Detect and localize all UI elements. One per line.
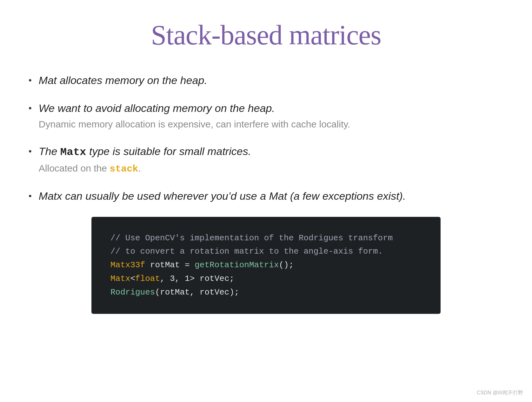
code-comment-1: // Use OpenCV's implementation of the Ro… [110, 233, 393, 243]
code-parens-1: (); [279, 260, 294, 270]
bullet-main-2-text: We want to avoid allocating memory on th… [39, 102, 275, 114]
bullet-main-3: The Matx type is suitable for small matr… [39, 144, 503, 160]
code-angle-bracket: < [130, 274, 135, 283]
code-line-2: // to convert a rotation matrix to the a… [110, 245, 422, 258]
watermark: CSDN @叫咤不打野 [477, 390, 523, 396]
code-line-1: // Use OpenCV's implementation of the Ro… [110, 231, 422, 245]
bullet-item-2: • We want to avoid allocating memory on … [29, 101, 503, 131]
bullet-sub-3: Allocated on the stack. [39, 162, 503, 176]
code-line-5: Rodrigues(rotMat, rotVec); [110, 286, 422, 299]
bullet-item-3: • The Matx type is suitable for small ma… [29, 144, 503, 176]
code-matx-templ: Matx [110, 274, 130, 283]
code-line-4: Matx<float, 3, 1> rotVec; [110, 272, 422, 286]
bullet-sub-3-stack: stack [110, 164, 138, 174]
bullet-main-1: Mat allocates memory on the heap. [39, 73, 503, 88]
bullet-content-3: The Matx type is suitable for small matr… [39, 144, 503, 176]
bullet-content-2: We want to avoid allocating memory on th… [39, 101, 503, 131]
code-block: // Use OpenCV's implementation of the Ro… [110, 231, 422, 299]
code-rodrigues-args: (rotMat, rotVec); [155, 288, 239, 297]
bullet-sub-3-period: . [138, 163, 141, 173]
code-float-kw: float [135, 274, 160, 283]
bullet-item-4: • Matx can usually be used wherever you’… [29, 189, 503, 204]
bullet-main-4-text: Matx can usually be used wherever you’d … [39, 190, 406, 202]
bullet-main-1-text: Mat allocates memory on the heap. [39, 74, 207, 86]
bullet-dot-3: • [29, 146, 32, 157]
bullet-main-3-rest: type is suitable for small matrices. [86, 145, 251, 157]
bullet-item-1: • Mat allocates memory on the heap. [29, 73, 503, 88]
bullet-main-4: Matx can usually be used wherever you’d … [39, 189, 503, 204]
code-rodrigues-fn: Rodrigues [110, 288, 155, 297]
code-rotmat-assign: rotMat = [145, 260, 195, 270]
slide-container: Stack-based matrices • Mat allocates mem… [0, 0, 532, 402]
bullet-list: • Mat allocates memory on the heap. • We… [29, 73, 503, 204]
code-block-wrapper: // Use OpenCV's implementation of the Ro… [91, 217, 441, 314]
bullet-sub-3-text1: Allocated on the [39, 163, 110, 173]
bullet-content-1: Mat allocates memory on the heap. [39, 73, 503, 88]
slide-title: Stack-based matrices [29, 19, 503, 51]
bullet-main-3-the: The [39, 145, 60, 157]
bullet-sub-2: Dynamic memory allocation is expensive, … [39, 118, 503, 131]
bullet-dot-1: • [29, 75, 32, 86]
bullet-content-4: Matx can usually be used wherever you’d … [39, 189, 503, 204]
code-comment-2: // to convert a rotation matrix to the a… [110, 247, 383, 256]
code-getrotation: getRotationMatrix [195, 260, 279, 270]
bullet-main-2: We want to avoid allocating memory on th… [39, 101, 503, 116]
bullet-dot-4: • [29, 190, 32, 202]
code-line-3: Matx33f rotMat = getRotationMatrix(); [110, 258, 422, 272]
bullet-dot-2: • [29, 102, 32, 114]
code-matx33f: Matx33f [110, 260, 145, 270]
bullet-main-3-matx: Matx [60, 146, 86, 158]
code-rotvec-decl: , 3, 1> rotVec; [160, 274, 234, 283]
